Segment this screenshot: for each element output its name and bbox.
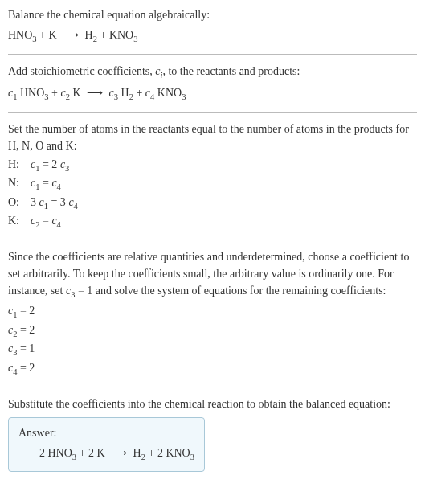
step1-text: Add stoichiometric coefficients, ci, to … xyxy=(8,63,417,82)
eq-text: H xyxy=(130,447,141,459)
eq-text: + KNO xyxy=(97,29,133,41)
eq-text: + 2 K xyxy=(76,447,108,459)
step3-section: Since the coefficients are relative quan… xyxy=(8,248,417,379)
atom-eq: c2 = c4 xyxy=(31,212,61,232)
divider xyxy=(8,240,417,240)
atom-label: O: xyxy=(8,194,31,211)
eq-text: HNO xyxy=(8,29,32,41)
atom-eq: c1 = c4 xyxy=(31,174,61,194)
coef-line: c3 = 1 xyxy=(8,340,417,359)
atom-row-o: O: 3 c1 = 3 c4 xyxy=(8,194,417,213)
eq-text: + K xyxy=(37,29,60,41)
coef-line: c1 = 2 xyxy=(8,302,417,322)
coefficient-list: c1 = 2 c2 = 2 c3 = 1 c4 = 2 xyxy=(8,302,417,378)
step2-section: Set the number of atoms in the reactants… xyxy=(8,121,417,232)
answer-box: Answer: 2 HNO3 + 2 K ⟶ H2 + 2 KNO3 xyxy=(8,417,205,473)
coef-line: c2 = 2 xyxy=(8,322,417,341)
divider xyxy=(8,54,417,55)
atom-row-k: K: c2 = c4 xyxy=(8,212,417,232)
step1-equation: c1 HNO3 + c2 K ⟶ c3 H2 + c4 KNO3 xyxy=(8,84,417,104)
step4-section: Substitute the coefficients into the che… xyxy=(8,395,417,473)
step3-text: Since the coefficients are relative quan… xyxy=(8,248,417,301)
eq-text: KNO xyxy=(154,87,182,99)
step2-intro: Set the number of atoms in the reactants… xyxy=(8,121,417,154)
coef-line: c4 = 2 xyxy=(8,359,417,379)
eq-text: + xyxy=(133,87,145,99)
atom-eq: c1 = 2 c3 xyxy=(31,156,69,175)
arrow-icon: ⟶ xyxy=(59,29,82,41)
intro-section: Balance the chemical equation algebraica… xyxy=(8,6,417,46)
atom-row-h: H: c1 = 2 c3 xyxy=(8,156,417,175)
eq-text: H xyxy=(118,87,129,99)
eq-text: K xyxy=(70,87,84,99)
arrow-icon: ⟶ xyxy=(108,447,130,459)
atom-table: H: c1 = 2 c3 N: c1 = c4 O: 3 c1 = 3 c4 K… xyxy=(8,156,417,232)
atom-label: K: xyxy=(8,212,31,229)
eq-text: 2 HNO xyxy=(39,447,72,459)
divider xyxy=(8,112,417,113)
eq-text: H xyxy=(82,29,93,41)
answer-equation: 2 HNO3 + 2 K ⟶ H2 + 2 KNO3 xyxy=(18,445,194,464)
step1-section: Add stoichiometric coefficients, ci, to … xyxy=(8,63,417,104)
eq-text: + xyxy=(49,87,61,99)
eq-sub: 3 xyxy=(133,35,137,43)
eq-text: + 2 KNO xyxy=(145,447,190,459)
eq-text: HNO xyxy=(17,87,44,99)
arrow-icon: ⟶ xyxy=(84,87,106,99)
eq-sub: 3 xyxy=(182,92,186,101)
intro-equation: HNO3 + K ⟶ H2 + KNO3 xyxy=(8,27,417,46)
atom-row-n: N: c1 = c4 xyxy=(8,174,417,194)
atom-label: N: xyxy=(8,174,31,191)
intro-text: Balance the chemical equation algebraica… xyxy=(8,6,417,23)
step4-text: Substitute the coefficients into the che… xyxy=(8,395,417,412)
answer-label: Answer: xyxy=(18,424,194,441)
atom-label: H: xyxy=(8,156,31,173)
eq-sub: 3 xyxy=(190,452,194,461)
atom-eq: 3 c1 = 3 c4 xyxy=(31,194,78,213)
divider xyxy=(8,387,417,387)
